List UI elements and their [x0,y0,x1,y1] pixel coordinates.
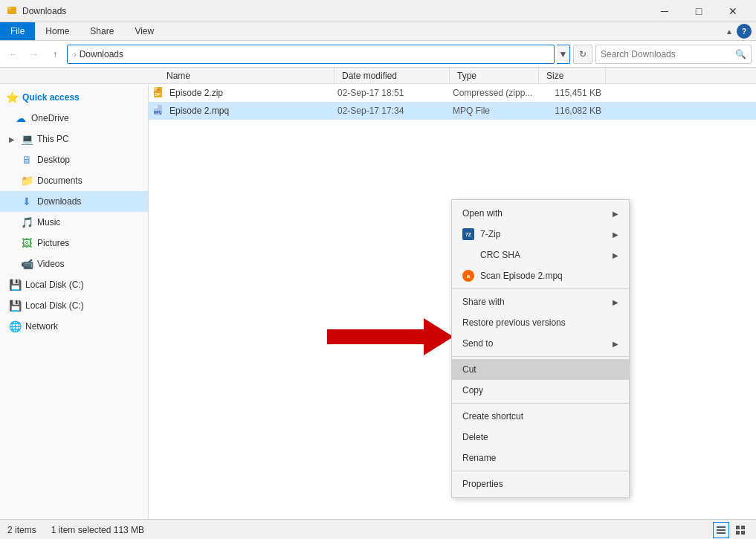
sidebar-item-onedrive[interactable]: ☁ OneDrive [0,108,148,129]
maximize-button[interactable]: □ [682,0,716,22]
sidebar-item-videos[interactable]: 📹 Videos [0,254,148,274]
tab-home[interactable]: Home [35,22,80,40]
ctx-arrow-crc: ▶ [613,251,618,259]
window-title: Downloads [22,6,647,16]
sidebar-item-music[interactable]: 🎵 Music [0,212,148,233]
ctx-crc-icon [462,249,474,261]
ctx-label-send-to: Send to [462,338,493,349]
ctx-restore[interactable]: Restore previous versions [452,312,629,333]
col-header-date[interactable]: Date modified [335,68,450,83]
ctx-separator-3 [452,403,629,404]
star-icon: ⭐ [6,91,18,103]
file-size-zip: 115,451 KB [542,88,609,98]
sidebar-item-local-disk-1[interactable]: 💾 Local Disk (C:) [0,274,148,295]
sidebar-item-desktop[interactable]: 🖥 Desktop [0,149,148,170]
ctx-7zip[interactable]: 7Z 7-Zip ▶ [452,224,629,245]
ctx-arrow-7zip: ▶ [613,230,618,239]
col-header-type[interactable]: Type [450,68,539,83]
sidebar-item-quick-access[interactable]: ⭐ Quick access [0,87,148,108]
disk1-icon: 💾 [9,279,21,291]
sidebar-item-documents[interactable]: 📁 Documents [0,170,148,191]
table-row[interactable]: ZIP Episode 2.zip 02-Sep-17 18:51 Compre… [149,84,756,102]
sidebar-item-network[interactable]: 🌐 Network [0,316,148,337]
tab-view[interactable]: View [124,22,164,40]
refresh-button[interactable]: ↻ [573,45,592,64]
window-controls: ─ □ ✕ [647,0,750,22]
table-row[interactable]: MPQ Episode 2.mpq 02-Sep-17 17:34 MPQ Fi… [149,102,756,120]
ctx-send-to[interactable]: Send to ▶ [452,333,629,354]
current-path: Downloads [80,49,123,59]
svg-rect-10 [717,526,726,528]
forward-button[interactable]: → [25,45,43,63]
ctx-scan[interactable]: a Scan Episode 2.mpq [452,265,629,286]
ctx-properties[interactable]: Properties [452,474,629,494]
svg-rect-4 [157,89,160,91]
tab-file[interactable]: File [0,22,35,40]
sidebar-item-local-disk-2[interactable]: 💾 Local Disk (C:) [0,295,148,316]
addressbar: ← → ↑ › Downloads ▼ ↻ 🔍 [0,41,756,68]
col-header-size[interactable]: Size [539,68,606,83]
desktop-icon: 🖥 [21,154,33,166]
ctx-cut[interactable]: Cut [452,359,629,380]
ribbon: File Home Share View ▲ ? [0,22,756,41]
app-icon [6,5,18,17]
onedrive-icon: ☁ [15,112,27,124]
sidebar-item-thispc[interactable]: ▶ 💻 This PC [0,129,148,149]
ctx-open-with[interactable]: Open with ▶ [452,203,629,224]
svg-rect-13 [736,526,740,529]
ctx-separator-2 [452,356,629,357]
sidebar-item-pictures[interactable]: 🖼 Pictures [0,233,148,254]
ctx-label-create-shortcut: Create shortcut [462,411,523,422]
ctx-label-7zip: 7-Zip [480,229,500,239]
documents-icon: 📁 [21,175,33,187]
music-icon: 🎵 [21,216,33,228]
thispc-icon: 💻 [21,133,33,145]
tab-share[interactable]: Share [80,22,124,40]
sidebar: ⭐ Quick access ☁ OneDrive ▶ 💻 This PC 🖥 … [0,84,149,519]
red-arrow [327,314,453,361]
search-input[interactable] [601,49,735,59]
ctx-label-delete: Delete [462,432,488,442]
ctx-arrow-share: ▶ [613,298,618,306]
ctx-share-with[interactable]: Share with ▶ [452,291,629,312]
ctx-crc-sha[interactable]: CRC SHA ▶ [452,245,629,265]
ctx-separator-1 [452,288,629,289]
file-type-mpq: MPQ File [453,106,542,116]
titlebar: Downloads ─ □ ✕ [0,0,756,22]
ribbon-toggle-button[interactable]: ▲ [722,24,737,39]
col-header-name[interactable]: Name [156,68,335,83]
up-button[interactable]: ↑ [46,45,64,63]
ctx-create-shortcut[interactable]: Create shortcut [452,406,629,427]
ribbon-tabs: File Home Share View ▲ ? [0,22,756,40]
svg-rect-15 [736,531,740,535]
ctx-arrow-send-to: ▶ [613,340,618,348]
address-bar[interactable]: › Downloads [67,45,555,64]
help-button[interactable]: ? [737,24,752,39]
sidebar-item-downloads[interactable]: ⬇ Downloads [0,191,148,212]
back-button[interactable]: ← [4,45,22,63]
file-size-mpq: 116,082 KB [542,106,609,116]
search-icon: 🔍 [735,49,746,59]
statusbar: 2 items 1 item selected 113 MB [0,519,756,539]
svg-text:MPQ: MPQ [154,111,162,114]
details-view-button[interactable] [713,522,729,538]
ctx-delete[interactable]: Delete [452,427,629,448]
minimize-button[interactable]: ─ [647,0,682,22]
ctx-label-share-with: Share with [462,297,505,307]
videos-icon: 📹 [21,258,33,270]
svg-rect-12 [717,532,726,534]
ctx-rename[interactable]: Rename [452,448,629,468]
network-icon: 🌐 [9,320,21,332]
close-button[interactable]: ✕ [716,0,750,22]
file-list: ZIP Episode 2.zip 02-Sep-17 18:51 Compre… [149,84,756,519]
file-name-zip: Episode 2.zip [169,88,337,98]
svg-rect-14 [741,526,745,529]
file-name-mpq: Episode 2.mpq [169,106,337,116]
large-icons-view-button[interactable] [732,522,749,538]
ctx-label-crc-sha: CRC SHA [480,250,520,260]
ctx-label-scan: Scan Episode 2.mpq [480,271,563,281]
downloads-icon: ⬇ [21,196,33,207]
ctx-label-copy: Copy [462,385,483,396]
address-dropdown[interactable]: ▼ [557,45,570,64]
ctx-copy[interactable]: Copy [452,380,629,401]
